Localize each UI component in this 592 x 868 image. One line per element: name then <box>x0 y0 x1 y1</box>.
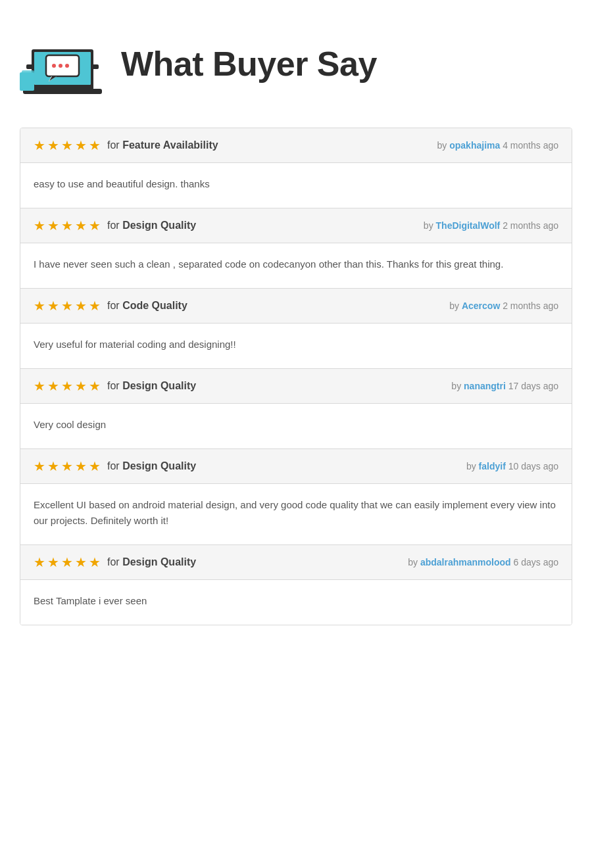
review-body: I have never seen such a clean , separat… <box>20 243 572 288</box>
review-header-left: ★ ★ ★ ★ ★ for Design Quality <box>34 378 196 394</box>
star-icon: ★ <box>34 298 45 314</box>
star-icon: ★ <box>47 298 59 314</box>
review-category: for Design Quality <box>107 556 196 568</box>
review-item: ★ ★ ★ ★ ★ for Feature Availability by op… <box>20 128 572 208</box>
star-icon: ★ <box>61 298 73 314</box>
svg-point-8 <box>59 64 62 68</box>
review-text: I have never seen such a clean , separat… <box>34 256 558 272</box>
star-icon: ★ <box>61 458 73 474</box>
review-category: for Design Quality <box>107 380 196 392</box>
review-header: ★ ★ ★ ★ ★ for Design Quality by nanangtr… <box>20 369 572 404</box>
review-meta: by faldyif 10 days ago <box>466 461 558 471</box>
star-rating: ★ ★ ★ ★ ★ <box>34 137 101 153</box>
page-header: What Buyer Say <box>20 20 572 108</box>
star-icon: ★ <box>34 378 45 394</box>
star-icon: ★ <box>89 298 101 314</box>
review-category: for Code Quality <box>107 300 187 312</box>
reviewer-username[interactable]: nanangtri <box>464 381 506 391</box>
star-rating: ★ ★ ★ ★ ★ <box>34 378 101 394</box>
star-icon: ★ <box>47 554 59 570</box>
review-body: Best Tamplate i ever seen <box>20 580 572 625</box>
star-icon: ★ <box>75 218 87 233</box>
star-icon: ★ <box>34 218 45 233</box>
star-icon: ★ <box>89 378 101 394</box>
svg-point-7 <box>52 64 56 68</box>
star-icon: ★ <box>75 554 87 570</box>
page-title: What Buyer Say <box>121 44 377 84</box>
review-header-left: ★ ★ ★ ★ ★ for Design Quality <box>34 458 196 474</box>
star-icon: ★ <box>75 298 87 314</box>
reviewer-username[interactable]: faldyif <box>479 461 506 471</box>
svg-rect-12 <box>22 70 34 89</box>
star-icon: ★ <box>89 137 101 153</box>
star-icon: ★ <box>34 554 45 570</box>
star-icon: ★ <box>89 458 101 474</box>
star-icon: ★ <box>34 458 45 474</box>
star-icon: ★ <box>61 554 73 570</box>
review-meta: by nanangtri 17 days ago <box>451 381 558 391</box>
review-item: ★ ★ ★ ★ ★ for Code Quality by Acercow 2 … <box>20 289 572 369</box>
star-rating: ★ ★ ★ ★ ★ <box>34 298 101 314</box>
star-icon: ★ <box>61 378 73 394</box>
star-icon: ★ <box>75 378 87 394</box>
review-header: ★ ★ ★ ★ ★ for Design Quality by faldyif … <box>20 449 572 484</box>
review-header-left: ★ ★ ★ ★ ★ for Feature Availability <box>34 137 218 153</box>
review-category: for Design Quality <box>107 460 196 472</box>
reviewer-username[interactable]: opakhajima <box>449 140 500 151</box>
reviewer-username[interactable]: TheDigitalWolf <box>436 220 501 231</box>
star-icon: ★ <box>75 137 87 153</box>
star-icon: ★ <box>61 218 73 233</box>
review-item: ★ ★ ★ ★ ★ for Design Quality by nanangtr… <box>20 369 572 449</box>
review-item: ★ ★ ★ ★ ★ for Design Quality by TheDigit… <box>20 208 572 289</box>
star-icon: ★ <box>47 458 59 474</box>
review-header-left: ★ ★ ★ ★ ★ for Design Quality <box>34 554 196 570</box>
review-body: Excellent UI based on android material d… <box>20 484 572 544</box>
review-header: ★ ★ ★ ★ ★ for Design Quality by abdalrah… <box>20 545 572 580</box>
star-icon: ★ <box>89 554 101 570</box>
review-body: easy to use and beautiful design. thanks <box>20 163 572 208</box>
svg-rect-10 <box>23 89 102 94</box>
star-rating: ★ ★ ★ ★ ★ <box>34 458 101 474</box>
review-meta: by abdalrahmanmolood 6 days ago <box>408 557 558 567</box>
star-icon: ★ <box>34 137 45 153</box>
review-text: Best Tamplate i ever seen <box>34 593 558 609</box>
review-text: easy to use and beautiful design. thanks <box>34 176 558 192</box>
review-item: ★ ★ ★ ★ ★ for Design Quality by faldyif … <box>20 449 572 545</box>
reviewer-username[interactable]: abdalrahmanmolood <box>420 557 511 567</box>
svg-point-9 <box>65 64 69 68</box>
review-text: Very useful for material coding and desi… <box>34 337 558 352</box>
review-text: Very cool design <box>34 417 558 433</box>
review-body: Very useful for material coding and desi… <box>20 324 572 368</box>
star-icon: ★ <box>47 137 59 153</box>
star-icon: ★ <box>75 458 87 474</box>
reviewer-username[interactable]: Acercow <box>462 301 500 311</box>
star-icon: ★ <box>89 218 101 233</box>
star-icon: ★ <box>61 137 73 153</box>
review-meta: by TheDigitalWolf 2 months ago <box>424 220 558 231</box>
review-meta: by Acercow 2 months ago <box>449 301 558 311</box>
reviews-container: ★ ★ ★ ★ ★ for Feature Availability by op… <box>20 128 572 625</box>
star-icon: ★ <box>47 378 59 394</box>
review-text: Excellent UI based on android material d… <box>34 497 558 529</box>
star-rating: ★ ★ ★ ★ ★ <box>34 218 101 233</box>
star-icon: ★ <box>47 218 59 233</box>
review-header: ★ ★ ★ ★ ★ for Design Quality by TheDigit… <box>20 208 572 243</box>
review-header-left: ★ ★ ★ ★ ★ for Design Quality <box>34 218 196 233</box>
star-rating: ★ ★ ★ ★ ★ <box>34 554 101 570</box>
review-meta: by opakhajima 4 months ago <box>437 140 558 151</box>
review-item: ★ ★ ★ ★ ★ for Design Quality by abdalrah… <box>20 545 572 625</box>
laptop-chat-icon <box>20 26 105 101</box>
review-header-left: ★ ★ ★ ★ ★ for Code Quality <box>34 298 187 314</box>
review-header: ★ ★ ★ ★ ★ for Feature Availability by op… <box>20 128 572 163</box>
review-category: for Design Quality <box>107 220 196 231</box>
review-body: Very cool design <box>20 404 572 448</box>
review-category: for Feature Availability <box>107 139 218 151</box>
review-header: ★ ★ ★ ★ ★ for Code Quality by Acercow 2 … <box>20 289 572 324</box>
